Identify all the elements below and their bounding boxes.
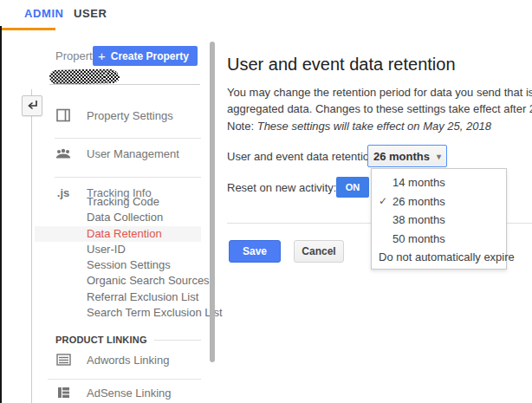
sidebar-separator [48,379,201,380]
sidebar-item-label: Adwords Linking [87,354,169,367]
sidebar-scrollbar[interactable] [210,42,215,362]
description-text: You may change the retention period for … [227,84,532,117]
property-column-label: Property [55,49,98,62]
description-line-1: You may change the retention period for … [227,84,532,101]
sidebar-vertical-rule [31,89,32,403]
sidebar-item-label: Property Settings [87,109,173,122]
reset-field-label: Reset on new activity: [227,181,336,194]
sidebar-separator [55,138,201,139]
sidebar-subitem-data-retention[interactable]: Data Retention [35,226,201,242]
sidebar-subitem-tracking-code[interactable]: Tracking Code [35,194,201,210]
sidebar-subitem-user-id[interactable]: User-ID [35,242,201,257]
dropdown-option-26-months[interactable]: ✓ 26 months [372,192,506,211]
cancel-button[interactable]: Cancel [294,240,344,263]
dropdown-option-38-months[interactable]: 38 months [372,211,506,230]
sidebar-item-label: AdSense Linking [87,387,172,400]
left-edge-border [0,26,2,403]
sidebar-subitem-referral-exclusion-list[interactable]: Referral Exclusion List [35,289,201,305]
page-title: User and event data retention [227,55,456,75]
product-linking-section: PRODUCT LINKING [55,335,201,345]
plus-icon: + [98,49,106,62]
sidebar-item-user-management[interactable]: User Management [55,146,179,161]
check-icon: ✓ [372,195,393,207]
note-prefix: Note: [227,120,257,133]
property-select-underline [49,84,200,85]
sidebar-subitem-search-term-exclusion-list[interactable]: Search Term Exclusion List [35,305,201,321]
retention-dropdown[interactable]: 26 months ▾ [367,145,447,167]
back-arrow-icon [25,100,39,112]
retention-field-label: User and event data retention: [227,150,379,163]
adsense-linking-icon [55,385,71,400]
sidebar-item-adwords-linking[interactable]: Adwords Linking [55,352,169,367]
sidebar-subitem-data-collection[interactable]: Data Collection [35,210,201,225]
sidebar-item-property-settings[interactable]: Property Settings [55,107,173,123]
property-settings-icon [55,107,71,123]
analytics-admin-screen: ADMIN USER Property + Create Property Pr… [0,0,532,403]
description-line-2: aggregated data. Changes to these settin… [227,101,532,117]
tab-user[interactable]: USER [74,7,107,20]
dropdown-option-50-months[interactable]: 50 months [372,230,506,249]
note-text: Note: These settings will take effect on… [227,120,491,133]
adwords-linking-icon [55,352,71,367]
sidebar-item-adsense-linking[interactable]: AdSense Linking [55,385,172,400]
create-property-label: Create Property [111,50,189,62]
sidebar-item-label: User Management [87,147,179,160]
user-management-icon [55,146,71,161]
retention-dropdown-menu: 14 months ✓ 26 months 38 months 50 month… [371,168,507,270]
note-effect-date: These settings will take effect on May 2… [257,120,491,133]
active-tab-underline [0,28,55,30]
reset-on-toggle[interactable]: ON [336,177,369,198]
save-button[interactable]: Save [229,240,281,263]
sidebar-separator [55,177,201,178]
dropdown-option-do-not-expire[interactable]: Do not automatically expire [372,248,506,267]
chevron-down-icon: ▾ [437,152,441,161]
reset-field-row: Reset on new activity: ? [227,177,353,198]
create-property-button[interactable]: + Create Property [93,46,198,66]
collapse-panel-button[interactable] [22,95,42,116]
tab-admin[interactable]: ADMIN [24,7,64,20]
section-header-rule [154,340,201,341]
sidebar-subitem-session-settings[interactable]: Session Settings [35,257,201,273]
sidebar-subitem-organic-search-sources[interactable]: Organic Search Sources [35,273,201,289]
tracking-info-sublist: Tracking Code Data Collection Data Reten… [35,194,201,321]
retention-dropdown-value: 26 months [373,150,430,163]
dropdown-option-14-months[interactable]: 14 months [372,173,506,192]
redacted-property-name-tail [104,72,120,83]
section-header-label: PRODUCT LINKING [55,335,147,345]
